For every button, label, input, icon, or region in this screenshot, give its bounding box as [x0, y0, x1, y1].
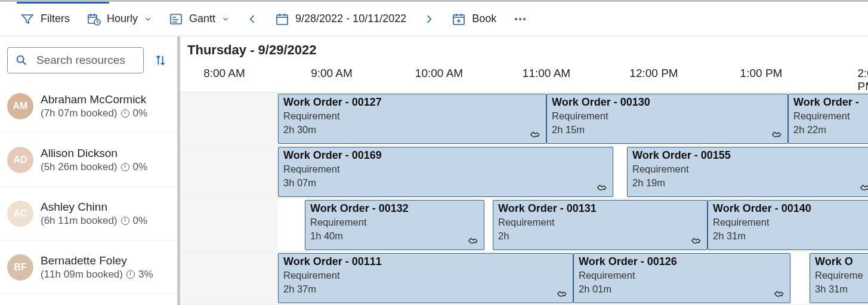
clock-icon [121, 217, 129, 225]
booking-title: Work Order - 00132 [310, 201, 479, 215]
resource-name: Bernadette Foley [41, 254, 153, 267]
prev-date-button[interactable] [238, 2, 267, 36]
toolbar: Filters Hourly Gantt 9/28/2022 - 10/11/2… [0, 2, 868, 36]
booking-duration: 2h 22m [793, 123, 868, 136]
sort-button[interactable] [152, 52, 169, 69]
gantt-label: Gantt [189, 13, 215, 25]
booking-duration: 2h 15m [552, 123, 783, 136]
booking-req: Requirement [283, 109, 541, 122]
svg-point-5 [515, 18, 517, 20]
calendar-add-icon [452, 12, 466, 26]
booking-duration: 2h 01m [579, 282, 785, 295]
search-input[interactable]: Search resources [7, 47, 144, 73]
resource-subtext: (5h 26m booked) 0% [41, 161, 147, 173]
hourly-label: Hourly [107, 13, 138, 25]
calendar-clock-icon [87, 12, 101, 26]
booking[interactable]: Work O Requireme 3h 31m [810, 253, 868, 303]
schedule-row[interactable]: Work Order - 00127 Requirement 2h 30m Wo… [180, 93, 868, 146]
booking-req: Requirement [283, 269, 568, 282]
search-placeholder: Search resources [36, 54, 125, 67]
booking[interactable]: Work Order - 00126 Requirement 2h 01m [573, 253, 790, 303]
gantt-icon [169, 12, 183, 26]
time-tick: 9:00 AM [311, 67, 353, 80]
clock-icon [121, 163, 129, 171]
avatar: AD [7, 147, 33, 173]
nonworking-block [180, 199, 278, 251]
time-tick: 2:00 PM [858, 67, 868, 93]
hourly-dropdown[interactable]: Hourly [78, 2, 160, 36]
resource-row[interactable]: BF Bernadette Foley (11h 09m booked) 3% [0, 241, 177, 294]
book-button[interactable]: Book [443, 2, 505, 36]
more-actions-button[interactable] [505, 2, 536, 36]
booking-title: Work Order - 00155 [632, 148, 868, 162]
resource-pane: Search resources AM Abraham McCormick (7… [0, 36, 180, 305]
booking[interactable]: Work Order - 00155 Requirement 2h 19m [627, 147, 868, 197]
booking-title: Work Order - 00140 [713, 201, 868, 215]
nonworking-block [180, 93, 278, 145]
chevron-right-icon [423, 13, 435, 25]
booking-req: Requirement [793, 109, 868, 122]
booking-req: Requirement [552, 109, 783, 122]
booking-duration: 2h [498, 229, 702, 242]
booking[interactable]: Work Order - 00130 Requirement 2h 15m [546, 94, 788, 144]
schedule-row[interactable]: Work Order - 00132 Requirement 1h 40m Wo… [180, 199, 868, 252]
booking[interactable]: Work Order - 00111 Requirement 2h 37m [278, 253, 573, 303]
schedule-row[interactable]: Work Order - 00111 Requirement 2h 37m Wo… [180, 252, 868, 305]
booking-title: Work Order - 00131 [498, 201, 702, 215]
booking[interactable]: Work Order - 00169 Requirement 3h 07m [278, 147, 613, 197]
sort-icon [154, 54, 167, 67]
booking[interactable]: Work Order - 00140 Requirement 2h 31m [708, 200, 868, 250]
booking-duration: 2h 19m [632, 176, 868, 189]
resource-row[interactable]: AD Allison Dickson (5h 26m booked) 0% [0, 133, 177, 187]
resource-subtext: (11h 09m booked) 3% [41, 269, 153, 281]
handshake-icon [771, 128, 784, 141]
time-tick: 10:00 AM [415, 67, 463, 80]
clock-icon [126, 270, 135, 279]
time-tick: 11:00 AM [523, 67, 570, 80]
gantt-dropdown[interactable]: Gantt [160, 2, 238, 36]
handshake-icon [596, 181, 609, 194]
svg-point-8 [17, 56, 24, 63]
resource-row[interactable]: AC Ashley Chinn (6h 11m booked) 0% [0, 187, 177, 241]
resource-name: Abraham McCormick [41, 93, 147, 106]
booking-req: Requirement [713, 215, 868, 229]
booking-title: Work Order - 00130 [552, 95, 783, 109]
nonworking-block [180, 252, 278, 304]
time-tick: 8:00 AM [203, 67, 245, 80]
next-date-button[interactable] [415, 2, 443, 36]
resource-name: Allison Dickson [41, 147, 147, 160]
avatar: AC [7, 201, 33, 227]
chevron-down-icon [144, 15, 152, 23]
schedule-row[interactable]: Work Order - 00169 Requirement 3h 07m Wo… [180, 146, 868, 199]
booking[interactable]: Work Order - 00131 Requirement 2h [493, 200, 708, 250]
day-header: Thursday - 9/29/2022 [180, 36, 868, 64]
time-tick: 1:00 PM [740, 67, 783, 80]
handshake-icon [859, 181, 868, 194]
booking[interactable]: Work Order - 00132 Requirement 1h 40m [305, 200, 484, 250]
avatar: BF [7, 254, 33, 281]
time-header: 8:00 AM9:00 AM10:00 AM11:00 AM12:00 PM1:… [180, 64, 868, 93]
book-label: Book [472, 13, 496, 25]
more-icon [513, 12, 527, 26]
svg-point-7 [523, 18, 526, 20]
filter-icon [20, 12, 35, 26]
svg-rect-3 [277, 15, 288, 24]
booking-req: Requirement [310, 215, 479, 229]
filters-button[interactable]: Filters [12, 2, 78, 36]
booking-req: Requirement [283, 162, 608, 175]
resource-name: Ashley Chinn [41, 201, 147, 214]
booking-duration: 2h 31m [713, 229, 868, 242]
booking-title: Work Order - 00126 [579, 254, 785, 269]
booking-title: Work Order - 00111 [283, 254, 568, 269]
booking-duration: 2h 37m [283, 282, 568, 295]
handshake-icon [556, 287, 569, 300]
chevron-left-icon [246, 13, 258, 25]
date-range-picker[interactable]: 9/28/2022 - 10/11/2022 [267, 2, 415, 36]
resource-row[interactable]: AM Abraham McCormick (7h 07m booked) 0% [0, 79, 177, 133]
booking[interactable]: Work Order - 00127 Requirement 2h 30m [278, 94, 546, 144]
booking[interactable]: Work Order - Requirement 2h 22m [788, 94, 868, 144]
handshake-icon [529, 128, 542, 141]
search-icon [15, 54, 28, 67]
resource-subtext: (6h 11m booked) 0% [41, 215, 147, 227]
filters-label: Filters [41, 13, 70, 25]
